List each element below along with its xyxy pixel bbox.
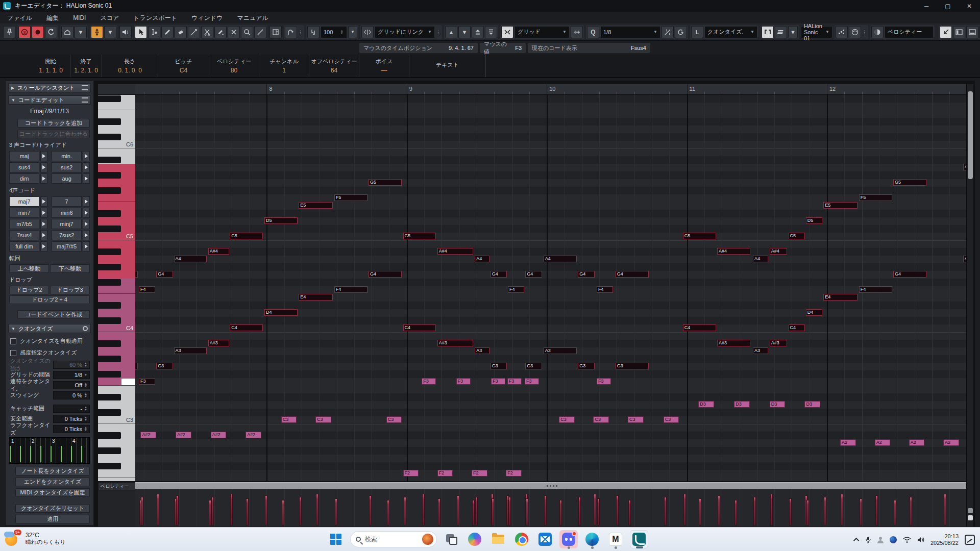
object-selection-tool[interactable] [135,26,147,38]
piano-key[interactable] [98,256,135,263]
midi-note[interactable]: C3 [559,416,575,423]
velocity-bar[interactable] [683,494,686,525]
velocity-bar[interactable] [616,495,619,525]
velocity-bar[interactable] [282,500,284,525]
midi-note[interactable]: F4 [139,286,155,293]
black-key[interactable] [98,447,121,454]
scale-assistant-header[interactable]: ▶スケールアシスタント [8,83,91,92]
auto-scroll-button[interactable] [61,26,74,38]
insert-velocity-dropdown[interactable]: ▼ [348,26,357,38]
info-value[interactable]: 64 [331,67,337,74]
velocity-lane[interactable] [135,489,966,527]
minimize-button[interactable]: ─ [916,0,937,12]
midi-note[interactable]: C3 [593,416,609,423]
menu-item-1[interactable]: 編集 [46,14,59,22]
midi-note[interactable]: C5 [789,233,805,239]
midi-note[interactable]: F5 [859,194,892,201]
show-lower-zone-button[interactable] [966,26,978,38]
create-chord-event-button[interactable]: コードイベントを作成 [17,310,90,319]
range-selection-tool[interactable] [148,26,160,38]
black-key[interactable] [98,302,121,309]
draw-tool[interactable] [161,26,174,38]
velocity-bar[interactable] [438,498,440,525]
inversion-button[interactable]: 上へ移動 [9,264,49,273]
velocity-bar[interactable] [628,500,631,525]
trim-tool[interactable] [188,26,200,38]
overflow-dots-icon[interactable]: ⋮ [298,30,303,35]
midi-note[interactable]: E5 [299,202,333,209]
midi-note[interactable]: C5 [403,233,436,239]
info-column-7[interactable]: ボイス— [359,55,409,77]
velocity-bar[interactable] [841,494,843,525]
menu-item-4[interactable]: トランスポート [133,14,177,22]
info-column-1[interactable]: 終了1. 2. 1. 0 [70,55,102,77]
midi-note[interactable] [135,363,138,369]
velocity-bar[interactable] [824,497,826,525]
quantize-preset-dropdown[interactable]: 1/8▼ [600,26,660,38]
piano-key[interactable] [98,424,135,432]
search-highlight-icon[interactable] [422,534,433,545]
move-down-more-button[interactable] [485,26,497,38]
velocity-bar[interactable] [699,498,701,525]
black-key[interactable] [98,157,121,163]
midi-note[interactable]: F2 [403,470,419,477]
length-quantize-dropdown[interactable]: クオンタイズ.▼ [704,26,757,38]
overflow-dots-icon[interactable]: ⋮ [436,30,441,35]
info-value[interactable]: 1 [282,67,286,74]
active-part-dropdown[interactable]: HALion Sonic 01▼ [801,26,832,38]
midi-note[interactable]: C3 [386,416,402,423]
midi-note[interactable]: F4 [859,286,892,293]
midi-note[interactable]: A#3 [437,340,473,346]
black-key[interactable] [98,118,121,125]
midi-note[interactable]: F4 [508,286,524,293]
triad-play-flag-icon[interactable] [83,173,90,184]
tetrad-button-m7b5[interactable]: m7/b5 [9,219,39,229]
piano-key[interactable] [98,286,135,294]
black-key[interactable] [98,95,121,102]
midi-note[interactable]: C3 [628,416,644,423]
info-column-3[interactable]: ピッチC4 [158,55,209,77]
zoom-horizontal-button[interactable] [968,515,973,520]
black-key[interactable] [98,264,121,270]
quantize-action-button[interactable]: エンドをクオンタイズ [15,478,90,486]
piano-key[interactable] [98,194,135,202]
midi-note[interactable]: F3 [139,378,155,385]
triad-button-dim[interactable]: dim [9,173,39,184]
piano-key[interactable] [98,164,135,171]
midi-note[interactable]: A2 [840,439,856,446]
midi-note[interactable]: D4 [264,309,298,316]
velocity-bar[interactable] [597,498,600,525]
note-grid[interactable]: F4F3G4G3A4A3A#4A#3C5C4D5D4E5E4F5F4G5G4C5… [135,95,966,481]
quantize-action-button[interactable]: 適用 [15,515,90,523]
midi-note[interactable]: A#4 [717,248,750,255]
velocity-bar[interactable] [457,495,459,525]
solo-button[interactable]: S [18,26,31,38]
zoom-tool[interactable] [241,26,253,38]
midi-note[interactable]: F3 [422,378,436,385]
midi-note[interactable]: A#4 [437,248,473,255]
velocity-bar[interactable] [422,494,425,525]
cubase-button[interactable] [630,530,648,548]
mute-tool[interactable] [228,26,240,38]
velocity-bar[interactable] [559,500,562,525]
scale-assistant-settings-icon[interactable] [82,85,88,90]
velocity-bar[interactable] [335,498,337,525]
edge-button[interactable] [583,530,601,548]
midi-note[interactable]: A#4 [770,248,787,255]
triad-play-flag-icon[interactable] [40,173,47,184]
velocity-bar[interactable] [806,500,809,525]
midi-note[interactable]: F2 [472,470,487,477]
microphone-tray-icon[interactable] [865,536,871,543]
info-value[interactable]: 1. 1. 1. 0 [39,67,63,74]
tetrad-button-fulldim[interactable]: full dim [9,241,39,252]
velocity-bar[interactable] [734,500,737,525]
record-button[interactable] [32,26,44,38]
midi-note[interactable]: F5 [334,194,368,201]
task-view-button[interactable] [442,530,460,548]
velocity-bar[interactable] [594,494,596,525]
quantize-row-value[interactable]: -▲ ▼ [53,405,90,413]
black-key[interactable] [98,134,121,140]
triad-button-maj[interactable]: maj [9,151,39,161]
midi-note[interactable]: F4 [597,286,613,293]
black-key[interactable] [98,463,121,469]
